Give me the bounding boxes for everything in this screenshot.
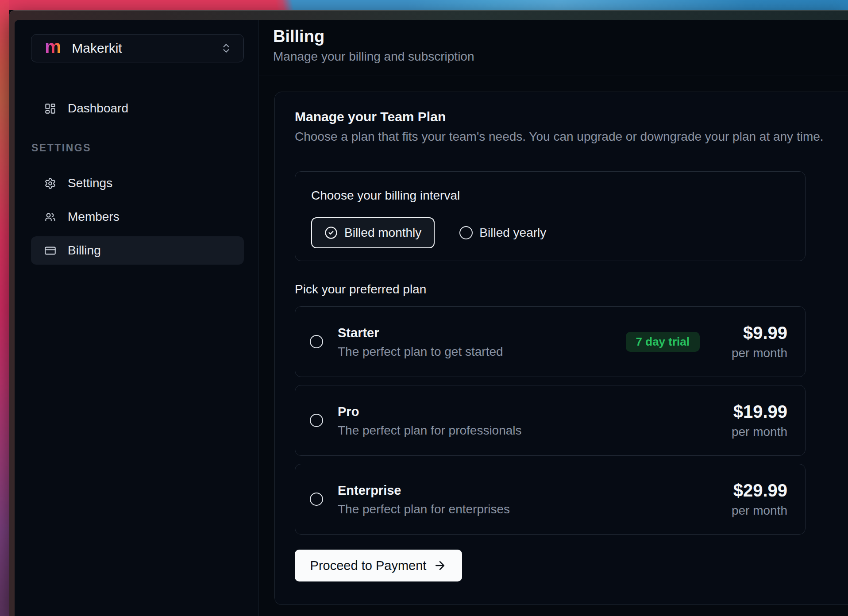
main-area: Billing Manage your billing and subscrip… [259,20,848,616]
plan-info: Pro The perfect plan for professionals [338,404,522,438]
price-block: $19.99 per month [717,402,787,439]
screen: m Makerkit [0,0,848,616]
users-icon [44,211,56,223]
workspace-selector[interactable]: m Makerkit [31,34,244,62]
page-content: Manage your Team Plan Choose a plan that… [259,76,848,616]
sidebar: m Makerkit [15,20,259,616]
billing-interval-label: Choose your billing interval [311,189,789,203]
sidebar-item-dashboard[interactable]: Dashboard [31,94,244,123]
proceed-to-payment-label: Proceed to Payment [310,558,427,573]
plan-price: $29.99 [733,481,787,500]
page-subtitle: Manage your billing and subscription [273,49,848,64]
plan-period: per month [732,346,787,360]
check-circle-icon [324,226,338,239]
plan-price: $19.99 [733,402,787,421]
sidebar-item-label: Settings [68,176,112,190]
billed-yearly-option[interactable]: Billed yearly [459,226,546,240]
plan-row-starter[interactable]: Starter The perfect plan to get started … [295,306,806,377]
radio-circle-icon[interactable] [310,335,323,348]
plan-period: per month [732,424,787,439]
billing-interval-options: Billed monthly Billed yearly [311,217,789,248]
sidebar-item-label: Dashboard [68,101,128,116]
card-title: Manage your Team Plan [295,109,848,125]
page-header: Billing Manage your billing and subscrip… [259,20,848,76]
proceed-to-payment-button[interactable]: Proceed to Payment [295,550,462,581]
billed-monthly-label: Billed monthly [344,226,421,240]
desktop-wallpaper-left [0,0,9,616]
plan-row-pro[interactable]: Pro The perfect plan for professionals $… [295,385,806,456]
sidebar-item-members[interactable]: Members [31,203,244,231]
plan-row-enterprise[interactable]: Enterprise The perfect plan for enterpri… [295,464,806,535]
plan-name: Enterprise [338,482,510,498]
billing-interval-group: Choose your billing interval Billed mont… [295,171,806,261]
trial-badge: 7 day trial [626,332,700,352]
makerkit-logo-icon: m [45,38,61,56]
arrow-right-icon [433,559,447,572]
sidebar-section-heading: SETTINGS [31,142,244,154]
plan-info: Starter The perfect plan to get started [338,325,503,359]
plan-name: Starter [338,325,503,341]
app-content: m Makerkit [15,20,848,616]
desktop-wallpaper-top [0,0,848,10]
radio-circle-icon [459,226,473,239]
sidebar-item-settings[interactable]: Settings [31,169,244,197]
sidebar-item-label: Members [68,210,119,224]
plan-description: The perfect plan to get started [338,344,503,359]
workspace-name: Makerkit [72,41,220,56]
sidebar-item-billing[interactable]: Billing [31,236,244,265]
price-block: $9.99 per month [717,323,787,360]
plan-info: Enterprise The perfect plan for enterpri… [338,482,510,516]
plan-price-area: $19.99 per month [717,402,787,439]
plan-description: The perfect plan for professionals [338,423,522,438]
plan-price-area: 7 day trial $9.99 per month [626,323,787,360]
page-title: Billing [273,26,848,46]
pick-plan-label: Pick your preferred plan [295,282,848,296]
plan-name: Pro [338,404,522,420]
billed-monthly-option[interactable]: Billed monthly [311,217,435,248]
team-plan-card: Manage your Team Plan Choose a plan that… [274,92,848,605]
radio-circle-icon[interactable] [310,493,323,506]
sidebar-item-label: Billing [68,243,101,258]
plan-price-area: $29.99 per month [717,481,787,518]
price-block: $29.99 per month [717,481,787,518]
sidebar-nav: Dashboard SETTINGS Settings [31,94,244,265]
dashboard-grid-icon [44,103,56,115]
radio-circle-icon[interactable] [310,414,323,427]
credit-card-icon [44,245,56,257]
chevrons-up-down-icon [220,42,232,54]
plan-period: per month [732,503,787,518]
gear-icon [44,177,56,189]
plan-description: The perfect plan for enterprises [338,502,510,516]
card-subtitle: Choose a plan that fits your team's need… [295,129,848,144]
app-window: m Makerkit [9,10,848,616]
billed-yearly-label: Billed yearly [479,226,546,240]
plan-price: $9.99 [743,323,787,343]
